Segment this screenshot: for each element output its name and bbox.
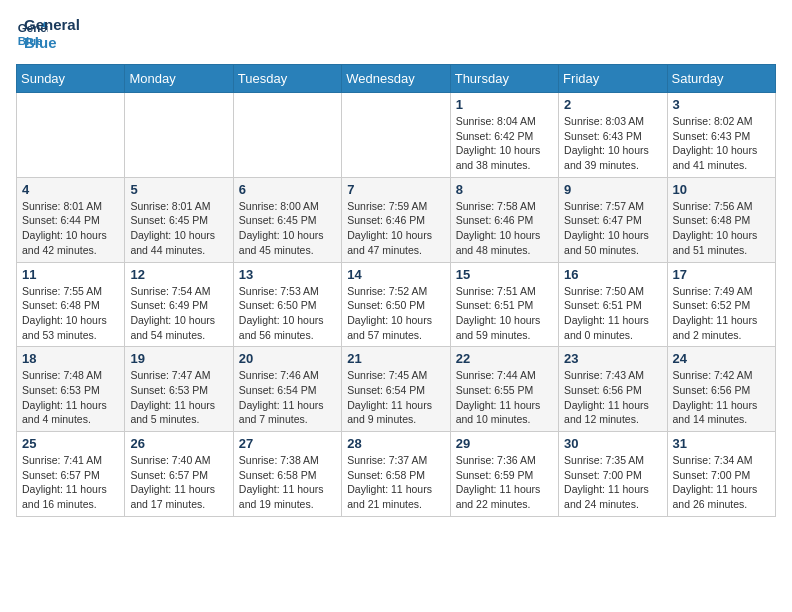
day-number: 18	[22, 351, 119, 366]
day-number: 6	[239, 182, 336, 197]
day-info: Sunrise: 7:52 AMSunset: 6:50 PMDaylight:…	[347, 284, 444, 343]
day-number: 24	[673, 351, 770, 366]
day-number: 1	[456, 97, 553, 112]
calendar-week-5: 25Sunrise: 7:41 AMSunset: 6:57 PMDayligh…	[17, 432, 776, 517]
calendar-cell: 12Sunrise: 7:54 AMSunset: 6:49 PMDayligh…	[125, 262, 233, 347]
day-number: 29	[456, 436, 553, 451]
day-number: 19	[130, 351, 227, 366]
calendar-cell: 20Sunrise: 7:46 AMSunset: 6:54 PMDayligh…	[233, 347, 341, 432]
logo-general: General	[24, 16, 80, 34]
day-info: Sunrise: 7:57 AMSunset: 6:47 PMDaylight:…	[564, 199, 661, 258]
calendar-cell: 10Sunrise: 7:56 AMSunset: 6:48 PMDayligh…	[667, 177, 775, 262]
calendar-cell: 3Sunrise: 8:02 AMSunset: 6:43 PMDaylight…	[667, 93, 775, 178]
day-number: 8	[456, 182, 553, 197]
calendar-cell: 2Sunrise: 8:03 AMSunset: 6:43 PMDaylight…	[559, 93, 667, 178]
day-info: Sunrise: 7:43 AMSunset: 6:56 PMDaylight:…	[564, 368, 661, 427]
day-number: 31	[673, 436, 770, 451]
day-number: 10	[673, 182, 770, 197]
calendar-cell: 16Sunrise: 7:50 AMSunset: 6:51 PMDayligh…	[559, 262, 667, 347]
calendar-cell: 11Sunrise: 7:55 AMSunset: 6:48 PMDayligh…	[17, 262, 125, 347]
day-info: Sunrise: 7:45 AMSunset: 6:54 PMDaylight:…	[347, 368, 444, 427]
day-number: 30	[564, 436, 661, 451]
day-info: Sunrise: 8:01 AMSunset: 6:45 PMDaylight:…	[130, 199, 227, 258]
calendar-cell: 5Sunrise: 8:01 AMSunset: 6:45 PMDaylight…	[125, 177, 233, 262]
day-info: Sunrise: 7:42 AMSunset: 6:56 PMDaylight:…	[673, 368, 770, 427]
day-number: 27	[239, 436, 336, 451]
day-info: Sunrise: 7:54 AMSunset: 6:49 PMDaylight:…	[130, 284, 227, 343]
calendar-cell: 21Sunrise: 7:45 AMSunset: 6:54 PMDayligh…	[342, 347, 450, 432]
day-number: 26	[130, 436, 227, 451]
calendar-cell: 24Sunrise: 7:42 AMSunset: 6:56 PMDayligh…	[667, 347, 775, 432]
day-info: Sunrise: 7:58 AMSunset: 6:46 PMDaylight:…	[456, 199, 553, 258]
calendar-cell: 22Sunrise: 7:44 AMSunset: 6:55 PMDayligh…	[450, 347, 558, 432]
day-of-week-friday: Friday	[559, 65, 667, 93]
day-info: Sunrise: 7:41 AMSunset: 6:57 PMDaylight:…	[22, 453, 119, 512]
calendar-cell: 29Sunrise: 7:36 AMSunset: 6:59 PMDayligh…	[450, 432, 558, 517]
day-number: 14	[347, 267, 444, 282]
day-of-week-sunday: Sunday	[17, 65, 125, 93]
day-info: Sunrise: 7:50 AMSunset: 6:51 PMDaylight:…	[564, 284, 661, 343]
day-number: 23	[564, 351, 661, 366]
day-info: Sunrise: 7:40 AMSunset: 6:57 PMDaylight:…	[130, 453, 227, 512]
day-info: Sunrise: 7:34 AMSunset: 7:00 PMDaylight:…	[673, 453, 770, 512]
calendar-cell: 27Sunrise: 7:38 AMSunset: 6:58 PMDayligh…	[233, 432, 341, 517]
day-number: 16	[564, 267, 661, 282]
calendar-week-1: 1Sunrise: 8:04 AMSunset: 6:42 PMDaylight…	[17, 93, 776, 178]
calendar-cell: 18Sunrise: 7:48 AMSunset: 6:53 PMDayligh…	[17, 347, 125, 432]
day-of-week-monday: Monday	[125, 65, 233, 93]
page-header: General Blue General Blue	[16, 16, 776, 52]
day-number: 7	[347, 182, 444, 197]
day-info: Sunrise: 7:37 AMSunset: 6:58 PMDaylight:…	[347, 453, 444, 512]
day-info: Sunrise: 7:59 AMSunset: 6:46 PMDaylight:…	[347, 199, 444, 258]
calendar-cell	[233, 93, 341, 178]
day-number: 5	[130, 182, 227, 197]
calendar-cell: 13Sunrise: 7:53 AMSunset: 6:50 PMDayligh…	[233, 262, 341, 347]
calendar-cell: 25Sunrise: 7:41 AMSunset: 6:57 PMDayligh…	[17, 432, 125, 517]
calendar-week-4: 18Sunrise: 7:48 AMSunset: 6:53 PMDayligh…	[17, 347, 776, 432]
calendar-cell: 31Sunrise: 7:34 AMSunset: 7:00 PMDayligh…	[667, 432, 775, 517]
calendar-cell: 4Sunrise: 8:01 AMSunset: 6:44 PMDaylight…	[17, 177, 125, 262]
day-info: Sunrise: 8:03 AMSunset: 6:43 PMDaylight:…	[564, 114, 661, 173]
calendar-cell: 30Sunrise: 7:35 AMSunset: 7:00 PMDayligh…	[559, 432, 667, 517]
day-of-week-saturday: Saturday	[667, 65, 775, 93]
day-info: Sunrise: 8:01 AMSunset: 6:44 PMDaylight:…	[22, 199, 119, 258]
day-info: Sunrise: 8:00 AMSunset: 6:45 PMDaylight:…	[239, 199, 336, 258]
day-info: Sunrise: 7:35 AMSunset: 7:00 PMDaylight:…	[564, 453, 661, 512]
day-info: Sunrise: 7:49 AMSunset: 6:52 PMDaylight:…	[673, 284, 770, 343]
calendar-table: SundayMondayTuesdayWednesdayThursdayFrid…	[16, 64, 776, 517]
day-info: Sunrise: 7:56 AMSunset: 6:48 PMDaylight:…	[673, 199, 770, 258]
day-number: 3	[673, 97, 770, 112]
day-number: 20	[239, 351, 336, 366]
day-info: Sunrise: 7:48 AMSunset: 6:53 PMDaylight:…	[22, 368, 119, 427]
day-of-week-wednesday: Wednesday	[342, 65, 450, 93]
day-number: 28	[347, 436, 444, 451]
calendar-cell: 26Sunrise: 7:40 AMSunset: 6:57 PMDayligh…	[125, 432, 233, 517]
day-number: 12	[130, 267, 227, 282]
calendar-cell: 7Sunrise: 7:59 AMSunset: 6:46 PMDaylight…	[342, 177, 450, 262]
day-number: 2	[564, 97, 661, 112]
day-info: Sunrise: 7:55 AMSunset: 6:48 PMDaylight:…	[22, 284, 119, 343]
day-info: Sunrise: 7:46 AMSunset: 6:54 PMDaylight:…	[239, 368, 336, 427]
calendar-cell	[125, 93, 233, 178]
day-number: 9	[564, 182, 661, 197]
day-info: Sunrise: 7:53 AMSunset: 6:50 PMDaylight:…	[239, 284, 336, 343]
day-of-week-thursday: Thursday	[450, 65, 558, 93]
day-info: Sunrise: 7:51 AMSunset: 6:51 PMDaylight:…	[456, 284, 553, 343]
day-number: 22	[456, 351, 553, 366]
day-info: Sunrise: 8:02 AMSunset: 6:43 PMDaylight:…	[673, 114, 770, 173]
calendar-cell: 6Sunrise: 8:00 AMSunset: 6:45 PMDaylight…	[233, 177, 341, 262]
day-info: Sunrise: 7:36 AMSunset: 6:59 PMDaylight:…	[456, 453, 553, 512]
calendar-cell: 14Sunrise: 7:52 AMSunset: 6:50 PMDayligh…	[342, 262, 450, 347]
logo: General Blue General Blue	[16, 16, 80, 52]
day-number: 15	[456, 267, 553, 282]
day-info: Sunrise: 7:38 AMSunset: 6:58 PMDaylight:…	[239, 453, 336, 512]
calendar-week-3: 11Sunrise: 7:55 AMSunset: 6:48 PMDayligh…	[17, 262, 776, 347]
calendar-cell: 28Sunrise: 7:37 AMSunset: 6:58 PMDayligh…	[342, 432, 450, 517]
calendar-cell: 15Sunrise: 7:51 AMSunset: 6:51 PMDayligh…	[450, 262, 558, 347]
day-number: 17	[673, 267, 770, 282]
day-of-week-tuesday: Tuesday	[233, 65, 341, 93]
calendar-cell: 1Sunrise: 8:04 AMSunset: 6:42 PMDaylight…	[450, 93, 558, 178]
day-number: 13	[239, 267, 336, 282]
day-info: Sunrise: 7:44 AMSunset: 6:55 PMDaylight:…	[456, 368, 553, 427]
logo-blue: Blue	[24, 34, 80, 52]
